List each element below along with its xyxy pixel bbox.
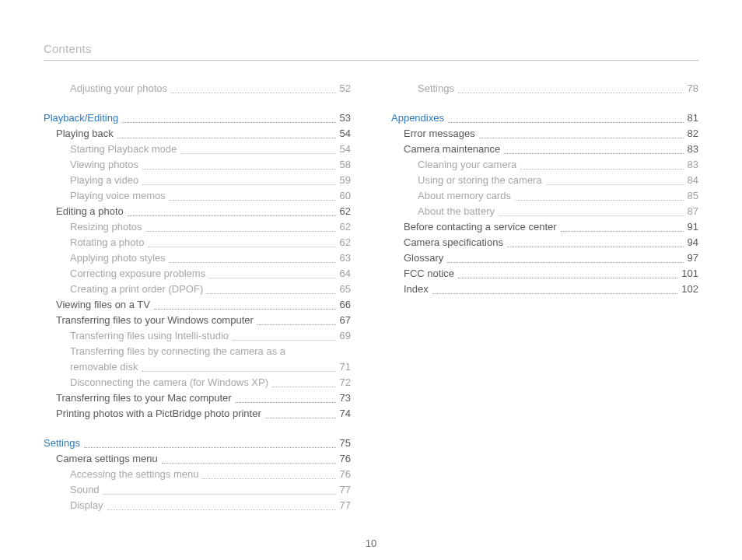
toc-entry: Viewing files on a TV66 bbox=[56, 297, 351, 313]
toc-label: Camera specifications bbox=[404, 235, 503, 250]
toc-page-number: 74 bbox=[340, 406, 351, 422]
footer-page-number: 10 bbox=[0, 537, 742, 549]
toc-column: Settings78Appendixes81Error messages82Ca… bbox=[391, 81, 698, 513]
toc-entry: About memory cards85 bbox=[418, 188, 698, 204]
toc-entry: Resizing photos62 bbox=[70, 219, 351, 235]
toc-page-number: 76 bbox=[340, 467, 351, 482]
toc-entry: Sound77 bbox=[70, 482, 351, 498]
leader-dots bbox=[499, 215, 684, 216]
toc-label: Rotating a photo bbox=[70, 235, 144, 250]
toc-page-number: 76 bbox=[340, 451, 351, 467]
toc-label: Transferring files using Intelli-studio bbox=[70, 328, 229, 344]
toc-label: Transferring files by connecting the cam… bbox=[70, 344, 285, 359]
toc-page-number: 72 bbox=[340, 375, 351, 390]
toc-entry: Before contacting a service center91 bbox=[404, 219, 698, 235]
toc-label: Sound bbox=[70, 482, 100, 498]
toc-entry: Playing a video59 bbox=[70, 173, 351, 188]
leader-dots bbox=[272, 387, 335, 387]
toc-label: Display bbox=[70, 498, 103, 513]
toc-label: Before contacting a service center bbox=[404, 219, 557, 235]
toc-page-number: 83 bbox=[688, 142, 698, 157]
toc-entry: Disconnecting the camera (for Windows XP… bbox=[70, 375, 351, 390]
toc-entry: Settings78 bbox=[418, 81, 698, 96]
leader-dots bbox=[128, 215, 336, 216]
leader-dots bbox=[546, 184, 684, 185]
leader-dots bbox=[236, 402, 336, 403]
toc-label: Resizing photos bbox=[70, 219, 142, 235]
leader-dots bbox=[142, 184, 335, 185]
toc-label: Starting Playback mode bbox=[70, 142, 177, 157]
leader-dots bbox=[233, 340, 336, 341]
leader-dots bbox=[257, 324, 336, 325]
toc-page-number: 84 bbox=[688, 173, 698, 188]
toc-label: Playing back bbox=[56, 126, 114, 142]
toc-columns: Adjusting your photos52Playback/Editing5… bbox=[44, 81, 698, 513]
toc-page-number: 62 bbox=[340, 219, 351, 235]
toc-label: Glossary bbox=[404, 250, 443, 266]
toc-label: FCC notice bbox=[404, 266, 454, 282]
toc-entry: Adjusting your photos52 bbox=[70, 81, 351, 96]
toc-entry: Applying photo styles63 bbox=[70, 250, 351, 266]
toc-entry: Cleaning your camera83 bbox=[418, 157, 698, 173]
toc-page-number: 82 bbox=[688, 126, 698, 142]
toc-entry: FCC notice101 bbox=[404, 266, 698, 282]
toc-label: Camera maintenance bbox=[404, 142, 500, 157]
toc-label: Printing photos with a PictBridge photo … bbox=[56, 406, 261, 422]
page: Contents Adjusting your photos52Playback… bbox=[0, 0, 742, 560]
toc-entry: Transferring files to your Windows compu… bbox=[56, 313, 351, 328]
toc-label: Viewing photos bbox=[70, 157, 138, 173]
toc-entry: Transferring files using Intelli-studio6… bbox=[70, 328, 351, 344]
leader-dots bbox=[265, 418, 336, 418]
toc-page-number: 101 bbox=[681, 266, 698, 282]
toc-page-number: 73 bbox=[340, 390, 351, 406]
toc-page-number: 65 bbox=[340, 282, 351, 297]
leader-dots bbox=[432, 293, 677, 294]
toc-page-number: 62 bbox=[340, 235, 351, 250]
section-gap bbox=[44, 422, 351, 436]
toc-label: Index bbox=[404, 282, 429, 297]
toc-entry: Playing back54 bbox=[56, 126, 351, 142]
toc-label: removable disk bbox=[70, 359, 138, 375]
toc-page-number: 60 bbox=[340, 188, 351, 204]
toc-page-number: 64 bbox=[340, 266, 351, 282]
toc-page-number: 94 bbox=[688, 235, 698, 250]
toc-entry: Correcting exposure problems64 bbox=[70, 266, 351, 282]
leader-dots bbox=[154, 309, 336, 310]
toc-label: Error messages bbox=[404, 126, 475, 142]
toc-entry: Playback/Editing53 bbox=[44, 110, 351, 126]
toc-entry: Glossary97 bbox=[404, 250, 698, 266]
toc-page-number: 85 bbox=[688, 188, 698, 204]
toc-page-number: 66 bbox=[340, 297, 351, 313]
toc-page-number: 54 bbox=[340, 142, 351, 157]
leader-dots bbox=[103, 494, 336, 495]
toc-page-number: 75 bbox=[340, 436, 351, 451]
toc-label: Editing a photo bbox=[56, 204, 124, 219]
toc-page-number: 97 bbox=[688, 250, 698, 266]
leader-dots bbox=[515, 200, 684, 201]
toc-entry: Accessing the settings menu76 bbox=[70, 467, 351, 482]
leader-dots bbox=[520, 169, 683, 170]
leader-dots bbox=[142, 371, 335, 372]
toc-entry: Transferring files to your Mac computer7… bbox=[56, 390, 351, 406]
leader-dots bbox=[122, 122, 335, 123]
toc-entry: Playing voice memos60 bbox=[70, 188, 351, 204]
toc-entry: Error messages82 bbox=[404, 126, 698, 142]
toc-label: Viewing files on a TV bbox=[56, 297, 150, 313]
toc-page-number: 83 bbox=[688, 157, 698, 173]
toc-label: Playing a video bbox=[70, 173, 138, 188]
toc-label: Settings bbox=[44, 436, 80, 451]
toc-entry: Starting Playback mode54 bbox=[70, 142, 351, 157]
toc-page-number: 78 bbox=[688, 81, 698, 96]
toc-entry: Appendixes81 bbox=[391, 110, 698, 126]
toc-entry: Rotating a photo62 bbox=[70, 235, 351, 250]
header-rule bbox=[44, 60, 698, 61]
toc-page-number: 59 bbox=[340, 173, 351, 188]
toc-page-number: 87 bbox=[688, 204, 698, 219]
leader-dots bbox=[84, 447, 336, 448]
leader-dots bbox=[504, 153, 683, 154]
leader-dots bbox=[117, 138, 336, 138]
toc-entry: Viewing photos58 bbox=[70, 157, 351, 173]
toc-label: Cleaning your camera bbox=[418, 157, 516, 173]
leader-dots bbox=[209, 278, 335, 278]
toc-entry: Camera maintenance83 bbox=[404, 142, 698, 157]
